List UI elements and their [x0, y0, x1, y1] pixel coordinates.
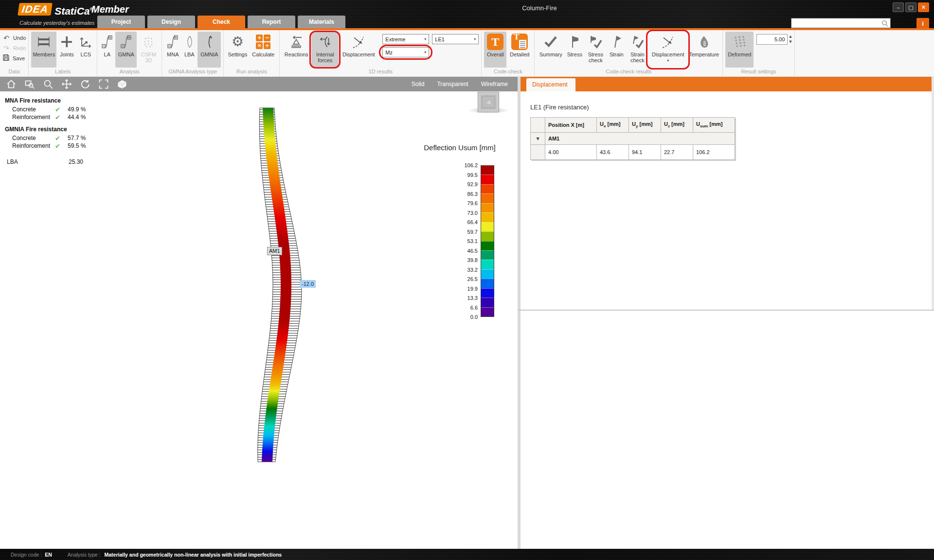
- save-icon: [2, 54, 10, 62]
- displacement-1d-button[interactable]: Displacement: [340, 32, 377, 68]
- table-group-row[interactable]: ▼ AM1: [531, 133, 735, 145]
- load-case-dropdown[interactable]: LE1▾: [432, 34, 479, 44]
- analysis-type-label: Analysis type :: [68, 552, 101, 558]
- chevron-down-icon: ▾: [424, 50, 426, 54]
- lcs-button[interactable]: LCS: [77, 32, 94, 68]
- results-summary: MNA Fire resistance Concrete ✔ 49.9 % Re…: [5, 97, 122, 165]
- legend-value: 106.2: [439, 162, 478, 168]
- reactions-button[interactable]: Reactions: [282, 32, 310, 68]
- summary-row: Reinforcement ✔ 59.5 %: [5, 142, 122, 150]
- row-selector-cell[interactable]: [531, 145, 545, 160]
- legend-title: Deflection Usum [mm]: [418, 143, 501, 152]
- legend-band: [481, 298, 494, 307]
- temperature-button[interactable]: Temperature: [688, 32, 720, 68]
- stress-check-button[interactable]: Stress check: [585, 32, 606, 68]
- close-button[interactable]: ✕: [918, 2, 929, 12]
- gear-icon: ⚙: [232, 34, 244, 50]
- members-button[interactable]: Members: [31, 32, 56, 68]
- tab-project[interactable]: Project: [97, 16, 145, 28]
- panel-scroll-strip[interactable]: [932, 77, 934, 310]
- summary-button[interactable]: Summary: [537, 32, 564, 68]
- info-button[interactable]: i: [916, 18, 929, 29]
- header-uy: Uy [mm]: [629, 118, 661, 133]
- solid-box-icon[interactable]: [117, 79, 127, 89]
- lba-button[interactable]: LBA: [182, 32, 197, 68]
- spinner-up-icon[interactable]: ▲: [789, 35, 791, 38]
- table-data-row[interactable]: 4.00 43.6 94.1 22.7 106.2: [531, 145, 735, 160]
- group-label-run: Run analysis: [226, 68, 277, 76]
- rotate-view-icon[interactable]: [80, 79, 90, 89]
- navigation-cube[interactable]: -x: [473, 92, 503, 115]
- tab-materials[interactable]: Materials: [298, 16, 345, 28]
- joints-button[interactable]: Joints: [57, 32, 76, 68]
- check-icon: [543, 34, 558, 50]
- component-dropdown[interactable]: Mz▾: [382, 47, 429, 57]
- legend-value: 39.8: [439, 257, 478, 263]
- maximize-button[interactable]: ▢: [905, 2, 916, 12]
- scale-value-input[interactable]: 5.00: [756, 34, 788, 45]
- undo-button[interactable]: ↶Undo: [2, 34, 26, 41]
- spinner-down-icon[interactable]: ▼: [789, 40, 791, 44]
- viewport-3d[interactable]: Solid Transparent Wireframe MNA Fire res…: [0, 77, 518, 549]
- mna-curve-icon: [166, 34, 180, 50]
- deformed-button[interactable]: Deformed: [725, 32, 754, 68]
- brand-logo: IDEA StatiCa®: [18, 3, 93, 18]
- force-value-label: -12.0: [300, 280, 316, 288]
- tab-check[interactable]: Check: [198, 16, 245, 28]
- calculate-button[interactable]: +−×÷ Calculate: [250, 32, 277, 68]
- zoom-window-icon[interactable]: [24, 79, 35, 89]
- stress-button[interactable]: Stress: [565, 32, 584, 68]
- zoom-icon[interactable]: [43, 79, 54, 89]
- displacement-check-button[interactable]: Displacement ▾: [649, 32, 687, 68]
- panel-section-divider[interactable]: [518, 310, 934, 311]
- undo-icon: ↶: [2, 35, 10, 41]
- gmnia-button[interactable]: GMNIA: [198, 32, 221, 68]
- internal-forces-button[interactable]: Internal forces: [311, 32, 339, 68]
- csfm-dots-icon: [141, 34, 156, 50]
- ribbon-group-run: ⚙ Settings +−×÷ Calculate Run analysis: [224, 30, 280, 76]
- cube-face-label: -x: [482, 96, 495, 108]
- view-mode-switch: Solid Transparent Wireframe: [412, 81, 512, 88]
- la-button[interactable]: LA: [100, 32, 114, 68]
- lba-row: LBA 25.30: [5, 158, 122, 165]
- overall-button[interactable]: T Overall: [484, 32, 506, 68]
- search-input[interactable]: [791, 18, 881, 28]
- extreme-dropdown[interactable]: Extreme▾: [382, 34, 429, 44]
- group-label-labels: Labels: [31, 68, 94, 76]
- chevron-down-icon: ▾: [667, 58, 669, 64]
- redo-button[interactable]: ↷Redo: [2, 44, 26, 52]
- legend-value: 26.5: [439, 276, 478, 282]
- summary-row: Concrete ✔ 49.9 %: [5, 105, 122, 113]
- detailed-report-icon: T: [511, 34, 528, 50]
- legend-band: [481, 166, 494, 175]
- strain-button[interactable]: Strain: [607, 32, 626, 68]
- tab-displacement-results[interactable]: Displacement: [526, 78, 575, 91]
- tab-design[interactable]: Design: [147, 16, 195, 28]
- design-code-label: Design code :: [11, 552, 42, 558]
- mna-button[interactable]: MNA: [164, 32, 181, 68]
- minimize-button[interactable]: –: [893, 2, 904, 12]
- save-button[interactable]: Save: [2, 54, 25, 62]
- ribbon-group-data: ↶Undo ↷Redo Save Data: [0, 30, 29, 76]
- tab-report[interactable]: Report: [248, 16, 295, 28]
- displacement-icon: [351, 34, 366, 50]
- view-mode-transparent[interactable]: Transparent: [437, 81, 468, 88]
- panel-tab-bar: Displacement: [521, 77, 934, 91]
- csfm-3d-button[interactable]: CSFM 3D: [138, 32, 159, 68]
- summary-section-title: MNA Fire resistance: [5, 97, 122, 104]
- fit-view-icon[interactable]: [98, 79, 109, 89]
- home-view-icon[interactable]: [6, 79, 17, 89]
- view-mode-solid[interactable]: Solid: [412, 81, 425, 88]
- pan-icon[interactable]: [61, 79, 72, 89]
- ribbon-group-analysis: LA GMNA CSFM 3D Analysis: [97, 30, 162, 76]
- expander-icon[interactable]: ▼: [531, 133, 545, 145]
- gmna-button[interactable]: GMNA: [115, 32, 137, 68]
- settings-button[interactable]: ⚙ Settings: [226, 32, 249, 68]
- view-mode-wireframe[interactable]: Wireframe: [481, 81, 508, 88]
- strain-check-button[interactable]: Strain check: [627, 32, 648, 68]
- legend-value: 6.6: [439, 305, 478, 311]
- detailed-button[interactable]: T Detailed: [507, 32, 532, 68]
- legend-value: 66.4: [439, 219, 478, 225]
- lcs-axes-icon: [79, 34, 92, 50]
- reactions-icon: [289, 34, 304, 50]
